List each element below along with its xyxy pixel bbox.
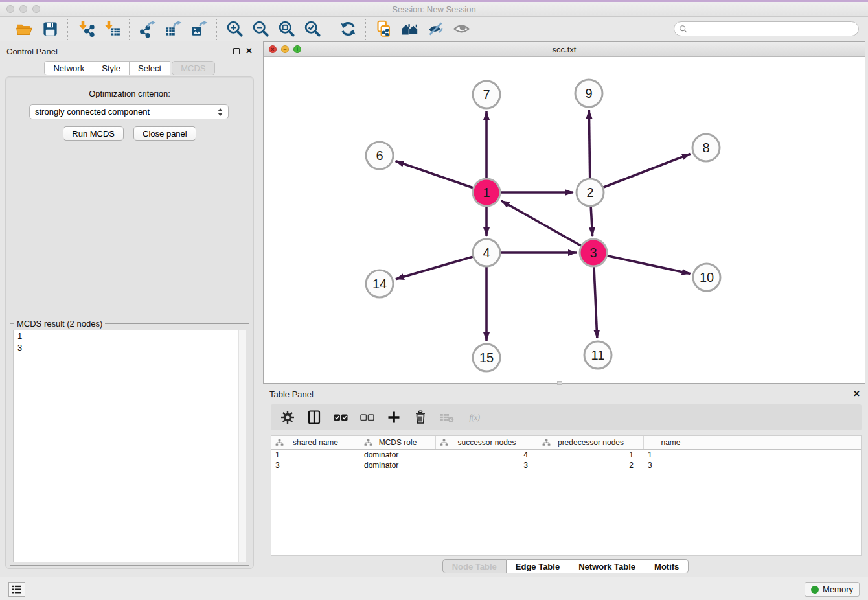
graph-edge-2-8[interactable] bbox=[590, 154, 691, 192]
tab-motifs[interactable]: Motifs bbox=[645, 559, 689, 573]
apply-layout-button[interactable] bbox=[338, 19, 358, 39]
unselect-all-button[interactable] bbox=[359, 409, 376, 426]
show-panel-button[interactable] bbox=[451, 19, 471, 39]
graph-node-14[interactable]: 14 bbox=[366, 270, 393, 297]
network-minimize-button[interactable]: − bbox=[281, 45, 289, 53]
search-field[interactable] bbox=[674, 21, 859, 36]
network-maximize-button[interactable]: + bbox=[293, 45, 301, 53]
cell-MCDS-role[interactable]: dominator bbox=[360, 460, 436, 470]
result-scrollbar[interactable] bbox=[238, 330, 246, 562]
graph-node-label: 2 bbox=[586, 185, 593, 200]
network-window-title: scc.txt bbox=[264, 45, 865, 54]
zoom-selected-icon bbox=[304, 20, 321, 38]
table-close-icon[interactable]: ✕ bbox=[853, 391, 860, 397]
float-panel-icon[interactable] bbox=[233, 48, 240, 54]
export-image-button[interactable] bbox=[189, 19, 209, 39]
network-canvas[interactable]: 7968124314101511 bbox=[264, 57, 865, 383]
mcds-result-item[interactable]: 1 bbox=[14, 330, 246, 342]
column-header-successor-nodes[interactable]: successor nodes bbox=[436, 436, 538, 449]
zoom-out-button[interactable] bbox=[251, 19, 270, 39]
plus-icon bbox=[386, 410, 402, 425]
clone-network-icon bbox=[375, 20, 393, 38]
cell-MCDS-role[interactable]: dominator bbox=[360, 450, 436, 460]
tab-style[interactable]: Style bbox=[93, 61, 130, 75]
svg-text:f(x): f(x) bbox=[469, 413, 480, 422]
select-all-button[interactable] bbox=[332, 409, 349, 426]
cell-shared-name[interactable]: 1 bbox=[271, 450, 360, 460]
select-stepper-icon bbox=[218, 108, 223, 116]
delete-columns-button[interactable] bbox=[412, 409, 429, 426]
zoom-selected-button[interactable] bbox=[303, 19, 322, 39]
graph-node-label: 9 bbox=[585, 86, 592, 100]
table-float-icon[interactable] bbox=[841, 391, 847, 397]
cell-shared-name[interactable]: 3 bbox=[271, 460, 360, 470]
export-table-icon bbox=[165, 20, 182, 38]
graph-node-15[interactable]: 15 bbox=[473, 344, 500, 371]
graph-node-1[interactable]: 1 bbox=[473, 179, 500, 206]
close-panel-button[interactable]: Close panel bbox=[133, 126, 196, 141]
tab-mcds[interactable]: MCDS bbox=[172, 61, 214, 75]
column-sort-icon bbox=[542, 439, 551, 447]
eye-icon bbox=[453, 20, 470, 38]
zoom-fit-button[interactable] bbox=[277, 19, 296, 39]
save-session-button[interactable] bbox=[40, 19, 60, 39]
graph-node-label: 6 bbox=[376, 148, 383, 163]
show-task-history-button[interactable] bbox=[8, 582, 25, 597]
memory-button[interactable]: Memory bbox=[805, 582, 860, 597]
delete-table-icon bbox=[439, 410, 455, 425]
graph-edge-3-10[interactable] bbox=[593, 253, 691, 273]
graph-node-10[interactable]: 10 bbox=[693, 264, 720, 291]
tab-edge-table[interactable]: Edge Table bbox=[507, 559, 569, 573]
export-table-button[interactable] bbox=[163, 19, 183, 39]
cell-predecessor-nodes[interactable]: 2 bbox=[538, 460, 644, 470]
graph-node-6[interactable]: 6 bbox=[366, 142, 393, 169]
cell-predecessor-nodes[interactable]: 1 bbox=[538, 450, 644, 460]
graph-node-4[interactable]: 4 bbox=[473, 239, 500, 266]
show-networks-overview-button[interactable] bbox=[400, 19, 419, 39]
splitter-grip[interactable] bbox=[557, 381, 562, 385]
tab-network[interactable]: Network bbox=[44, 61, 93, 75]
network-window-titlebar[interactable]: scc.txt × − + bbox=[264, 42, 865, 57]
import-network-button[interactable] bbox=[76, 19, 95, 39]
graph-node-11[interactable]: 11 bbox=[584, 341, 611, 369]
graph-node-8[interactable]: 8 bbox=[692, 134, 720, 161]
cell-name[interactable]: 3 bbox=[644, 460, 698, 470]
export-network-button[interactable] bbox=[137, 19, 157, 39]
column-header-name[interactable]: name bbox=[644, 436, 698, 449]
graph-node-7[interactable]: 7 bbox=[473, 81, 500, 108]
toggle-split-view-button[interactable] bbox=[306, 409, 323, 426]
mcds-result-list[interactable]: 13 bbox=[13, 330, 246, 562]
graph-node-label: 7 bbox=[483, 87, 490, 102]
network-close-button[interactable]: × bbox=[269, 45, 277, 53]
search-input[interactable] bbox=[688, 25, 858, 34]
graph-node-label: 14 bbox=[372, 277, 387, 291]
add-column-button[interactable] bbox=[385, 409, 402, 426]
tab-node-table[interactable]: Node Table bbox=[442, 559, 507, 573]
control-panel-title: Control Panel bbox=[6, 47, 58, 56]
cell-name[interactable]: 1 bbox=[644, 450, 698, 460]
graph-node-3[interactable]: 3 bbox=[580, 239, 607, 266]
column-header-MCDS-role[interactable]: MCDS role bbox=[360, 436, 436, 449]
zoom-in-button[interactable] bbox=[225, 19, 244, 39]
cell-successor-nodes[interactable]: 4 bbox=[436, 450, 538, 460]
hide-panel-button[interactable] bbox=[426, 19, 445, 39]
table-options-button[interactable] bbox=[279, 409, 296, 426]
column-header-shared-name[interactable]: shared name bbox=[271, 436, 360, 449]
tab-network-table[interactable]: Network Table bbox=[569, 559, 645, 573]
graph-edge-3-1[interactable] bbox=[501, 201, 593, 253]
tab-select[interactable]: Select bbox=[130, 61, 170, 75]
run-mcds-button[interactable]: Run MCDS bbox=[63, 126, 124, 141]
criterion-select[interactable]: strongly connected component bbox=[29, 104, 229, 119]
mcds-result-item[interactable]: 3 bbox=[14, 342, 246, 354]
open-session-button[interactable] bbox=[14, 19, 34, 39]
column-header-predecessor-nodes[interactable]: predecessor nodes bbox=[538, 436, 644, 449]
table-row[interactable]: 3dominator323 bbox=[271, 460, 861, 470]
table-row[interactable]: 1dominator411 bbox=[271, 450, 861, 460]
graph-node-9[interactable]: 9 bbox=[575, 80, 602, 107]
list-icon bbox=[12, 585, 22, 594]
cell-successor-nodes[interactable]: 3 bbox=[436, 460, 538, 470]
graph-node-2[interactable]: 2 bbox=[577, 179, 604, 206]
import-table-button[interactable] bbox=[102, 19, 121, 39]
close-panel-icon[interactable]: ✕ bbox=[246, 48, 253, 54]
clone-network-button[interactable] bbox=[374, 19, 393, 39]
